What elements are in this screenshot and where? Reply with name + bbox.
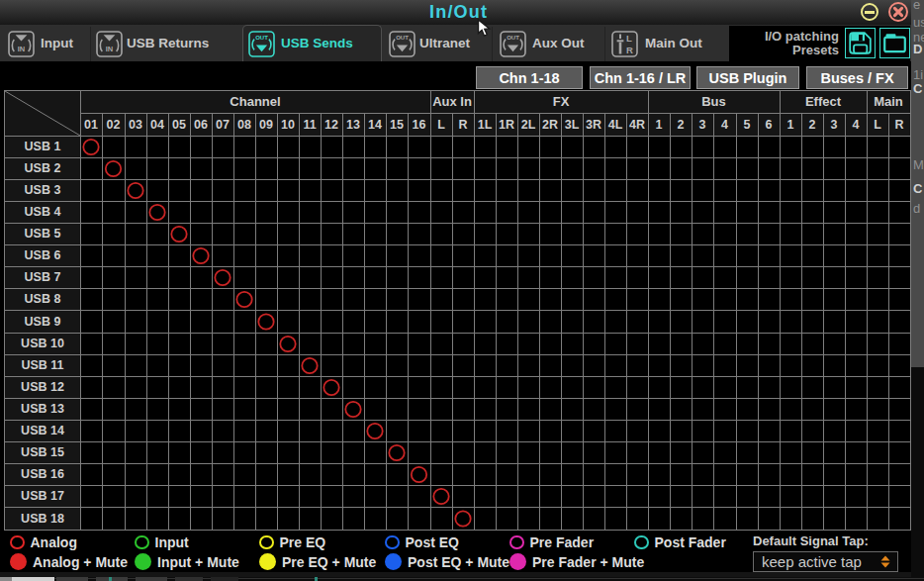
- svg-text:11: 11: [303, 118, 316, 132]
- svg-text:USB 2: USB 2: [25, 161, 61, 175]
- svg-text:USB 15: USB 15: [21, 445, 64, 459]
- svg-text:USB 12: USB 12: [21, 380, 64, 394]
- svg-text:15: 15: [390, 118, 404, 132]
- svg-text:Aux In: Aux In: [432, 94, 472, 109]
- svg-text:USB 18: USB 18: [21, 512, 64, 526]
- svg-text:Main: Main: [874, 94, 903, 109]
- svg-text:L: L: [874, 118, 881, 132]
- svg-text:4: 4: [853, 118, 860, 132]
- svg-text:5: 5: [744, 118, 751, 132]
- svg-text:USB 5: USB 5: [25, 227, 61, 241]
- svg-text:1: 1: [656, 118, 663, 132]
- svg-text:2: 2: [678, 118, 685, 132]
- svg-text:4: 4: [721, 118, 728, 132]
- svg-text:USB 7: USB 7: [25, 270, 61, 284]
- svg-text:Bus: Bus: [701, 94, 726, 109]
- svg-text:03: 03: [129, 118, 142, 132]
- svg-text:3: 3: [699, 118, 706, 132]
- svg-text:09: 09: [259, 118, 273, 132]
- svg-text:01: 01: [84, 118, 98, 132]
- svg-text:USB 9: USB 9: [25, 315, 61, 329]
- svg-text:R: R: [894, 118, 903, 132]
- svg-text:1: 1: [787, 118, 794, 132]
- svg-text:08: 08: [237, 118, 251, 132]
- svg-text:USB 16: USB 16: [21, 467, 64, 481]
- svg-text:3: 3: [831, 118, 838, 132]
- svg-text:Channel: Channel: [230, 94, 280, 109]
- svg-text:16: 16: [413, 118, 426, 132]
- svg-text:3L: 3L: [565, 118, 580, 132]
- svg-text:USB 14: USB 14: [21, 424, 64, 437]
- svg-text:USB 10: USB 10: [21, 337, 64, 350]
- svg-text:6: 6: [766, 118, 773, 132]
- svg-text:USB 8: USB 8: [25, 292, 61, 306]
- svg-text:02: 02: [107, 118, 121, 132]
- svg-text:USB 13: USB 13: [21, 402, 64, 416]
- svg-text:R: R: [458, 118, 467, 132]
- svg-text:14: 14: [368, 118, 382, 132]
- svg-text:2: 2: [809, 118, 816, 132]
- svg-text:USB 4: USB 4: [25, 205, 61, 219]
- svg-text:4R: 4R: [629, 118, 645, 132]
- svg-text:07: 07: [216, 118, 230, 132]
- svg-text:2R: 2R: [542, 118, 558, 132]
- svg-text:USB 17: USB 17: [21, 489, 64, 503]
- svg-text:USB 1: USB 1: [25, 140, 61, 153]
- svg-text:FX: FX: [553, 94, 570, 109]
- svg-text:USB 3: USB 3: [25, 183, 61, 197]
- svg-text:Effect: Effect: [805, 94, 842, 109]
- svg-text:1R: 1R: [499, 118, 514, 132]
- svg-text:3R: 3R: [586, 118, 601, 132]
- svg-text:12: 12: [324, 118, 338, 132]
- svg-text:USB 11: USB 11: [21, 358, 63, 372]
- svg-text:2L: 2L: [521, 118, 536, 132]
- svg-text:USB 6: USB 6: [25, 248, 61, 262]
- svg-text:4L: 4L: [608, 118, 623, 132]
- svg-text:10: 10: [281, 118, 295, 132]
- svg-text:1L: 1L: [478, 118, 493, 132]
- svg-text:L: L: [437, 118, 445, 132]
- svg-text:04: 04: [150, 118, 164, 132]
- svg-text:06: 06: [194, 118, 208, 132]
- svg-text:05: 05: [172, 118, 186, 132]
- svg-text:13: 13: [346, 118, 360, 132]
